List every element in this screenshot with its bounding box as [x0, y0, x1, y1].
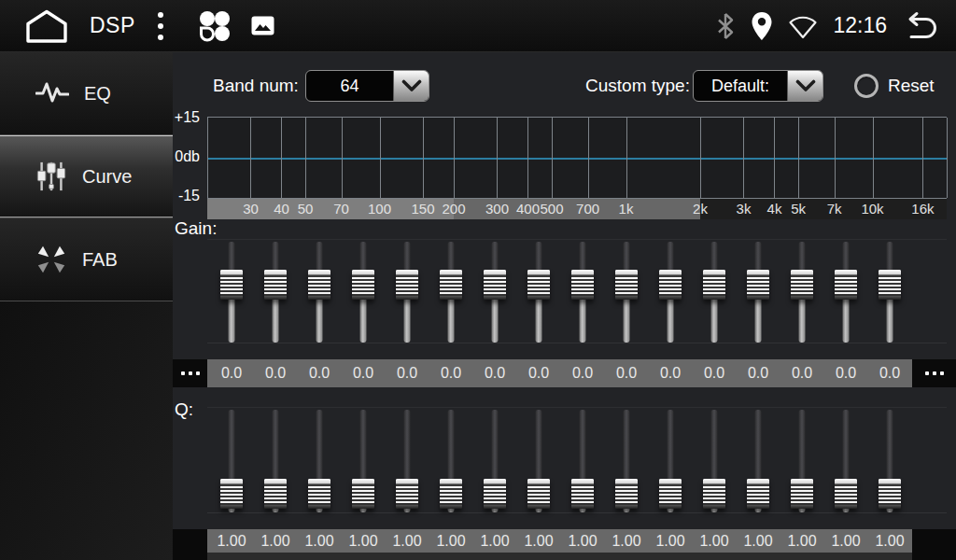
gain-fader[interactable] [395, 240, 419, 343]
fader-knob[interactable] [308, 270, 330, 300]
bluetooth-icon[interactable] [715, 12, 736, 40]
gain-fader[interactable] [878, 240, 902, 343]
q-fader[interactable] [570, 408, 595, 512]
fader-knob[interactable] [440, 270, 462, 300]
q-fader[interactable] [790, 408, 814, 512]
fader-knob[interactable] [396, 479, 418, 509]
fader-knob[interactable] [440, 479, 462, 509]
fader-knob[interactable] [484, 270, 506, 300]
gain-fader[interactable] [658, 240, 682, 343]
q-fader[interactable] [395, 408, 419, 512]
fader-knob[interactable] [396, 270, 418, 300]
wifi-icon[interactable] [788, 13, 818, 39]
curve-panel: Band num: 64 Custom type: Default: Reset… [173, 52, 956, 560]
gain-fader[interactable] [307, 240, 331, 343]
q-fader[interactable] [614, 408, 639, 512]
gain-fader[interactable] [834, 240, 858, 343]
q-fader[interactable] [527, 408, 551, 512]
q-fader[interactable] [834, 408, 858, 512]
fader-knob[interactable] [571, 270, 594, 300]
q-fader[interactable] [351, 408, 375, 512]
gain-fader[interactable] [351, 240, 375, 343]
grid-line [342, 118, 343, 198]
location-icon[interactable] [751, 11, 773, 41]
custom-type-dropdown[interactable]: Default: [693, 70, 823, 102]
q-value: 1.00 [210, 529, 253, 553]
sidebar-item-curve[interactable]: Curve [0, 135, 173, 218]
back-icon[interactable] [902, 11, 937, 41]
q-fader[interactable] [702, 408, 726, 512]
fader-knob[interactable] [659, 479, 682, 509]
fader-knob[interactable] [747, 270, 769, 300]
q-fader[interactable] [658, 408, 682, 512]
sidebar-item-fab[interactable]: FAB [0, 218, 173, 301]
gain-fader[interactable] [570, 240, 595, 343]
fader-knob[interactable] [264, 479, 287, 509]
gain-fader[interactable] [527, 240, 551, 343]
fader-knob[interactable] [615, 479, 638, 509]
gain-value: 0.0 [254, 359, 297, 387]
eq-curve-graph[interactable] [207, 117, 947, 199]
q-fader[interactable] [219, 408, 244, 512]
gain-more-left-button[interactable] [173, 359, 207, 387]
band-num-dropdown[interactable]: 64 [305, 70, 429, 102]
fader-knob[interactable] [879, 479, 901, 509]
fader-knob[interactable] [659, 270, 682, 300]
fader-knob[interactable] [527, 270, 550, 300]
gain-fader[interactable] [263, 240, 288, 343]
fader-knob[interactable] [527, 479, 550, 509]
q-value: 1.00 [868, 529, 911, 553]
fader-knob[interactable] [879, 270, 901, 300]
sidebar-item-eq[interactable]: EQ [0, 52, 173, 135]
gain-sliders [207, 239, 947, 343]
q-value: 1.00 [473, 529, 516, 553]
fader-knob[interactable] [220, 479, 243, 509]
overflow-menu-icon[interactable] [158, 12, 163, 40]
q-fader[interactable] [307, 408, 331, 512]
grid-line [588, 118, 589, 198]
fader-knob[interactable] [703, 479, 725, 509]
q-fader[interactable] [878, 408, 902, 512]
fader-knob[interactable] [835, 479, 857, 509]
q-more-right-button[interactable] [912, 529, 956, 560]
band-num-label: Band num: [213, 70, 299, 102]
fader-knob[interactable] [308, 479, 330, 509]
q-fader[interactable] [263, 408, 288, 512]
gain-more-right-button[interactable] [912, 359, 956, 387]
q-fader[interactable] [439, 408, 463, 512]
fader-knob[interactable] [352, 479, 374, 509]
fader-knob[interactable] [220, 270, 243, 300]
freq-tick-label: 300 [485, 199, 509, 219]
fader-knob[interactable] [703, 270, 725, 300]
gain-fader[interactable] [483, 240, 507, 343]
fader-knob[interactable] [747, 479, 769, 509]
fader-knob[interactable] [791, 270, 813, 300]
gain-fader[interactable] [219, 240, 244, 343]
freq-tick-label: 10k [861, 199, 883, 219]
gain-fader[interactable] [439, 240, 463, 343]
reset-radio[interactable] [854, 74, 879, 98]
grid-line [774, 118, 775, 198]
fader-knob[interactable] [484, 479, 506, 509]
gain-fader[interactable] [702, 240, 726, 343]
q-value: 1.00 [386, 529, 429, 553]
home-icon[interactable] [24, 8, 69, 44]
fader-knob[interactable] [571, 479, 594, 509]
q-fader[interactable] [483, 408, 507, 512]
fader-knob[interactable] [352, 270, 374, 300]
gain-fader[interactable] [614, 240, 639, 343]
eq-curve-line [207, 158, 947, 160]
q-fader[interactable] [746, 408, 770, 512]
fader-knob[interactable] [835, 270, 857, 300]
apps-clover-icon[interactable] [197, 10, 231, 42]
gain-value: 0.0 [780, 359, 823, 387]
q-more-left-button[interactable] [173, 529, 207, 560]
fader-knob[interactable] [615, 270, 638, 300]
gain-value: 0.0 [737, 359, 780, 387]
gain-fader[interactable] [746, 240, 770, 343]
fader-knob[interactable] [791, 479, 813, 509]
gain-value: 0.0 [517, 359, 560, 387]
gallery-icon[interactable] [251, 16, 274, 35]
gain-fader[interactable] [790, 240, 814, 343]
fader-knob[interactable] [264, 270, 287, 300]
